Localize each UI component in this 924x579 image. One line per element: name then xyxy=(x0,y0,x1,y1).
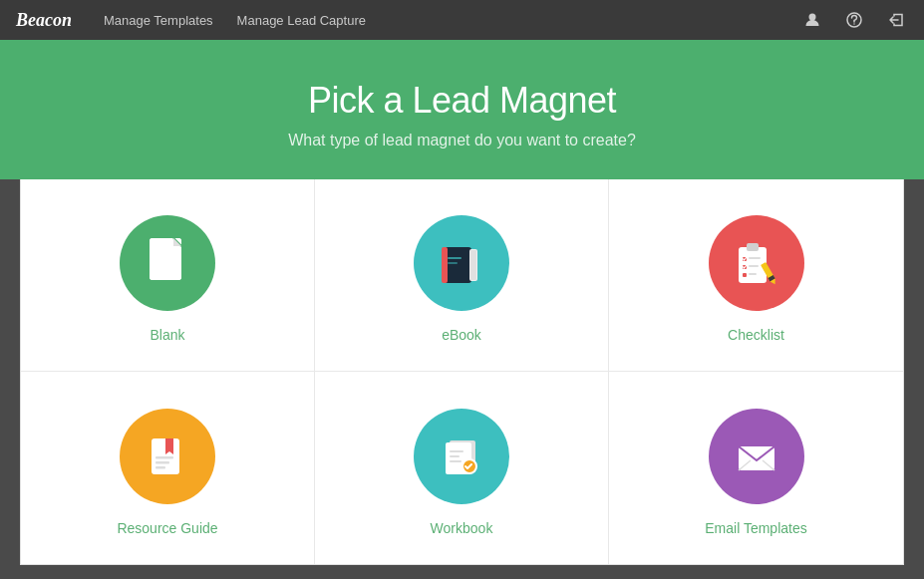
email-templates-icon-circle xyxy=(709,409,804,504)
checklist-icon-circle xyxy=(709,215,804,311)
manage-templates-link[interactable]: Manage Templates xyxy=(104,13,213,28)
svg-rect-25 xyxy=(155,466,165,469)
svg-rect-14 xyxy=(749,257,761,259)
ebook-label: eBook xyxy=(442,327,481,343)
svg-rect-6 xyxy=(442,247,448,283)
svg-point-2 xyxy=(853,23,855,25)
hero-subtitle: What type of lead magnet do you want to … xyxy=(288,132,636,149)
resource-guide-icon-circle xyxy=(120,409,215,504)
svg-rect-9 xyxy=(448,257,462,259)
svg-rect-29 xyxy=(450,455,460,457)
grid-item-checklist[interactable]: Checklist xyxy=(609,179,903,372)
grid-item-blank[interactable]: Blank xyxy=(21,179,315,372)
svg-point-0 xyxy=(809,14,816,21)
grid-wrapper: Blank eBook xyxy=(0,179,924,565)
lead-magnet-grid: Blank eBook xyxy=(20,179,904,565)
svg-rect-5 xyxy=(444,247,471,283)
grid-item-email-templates[interactable]: Email Templates xyxy=(609,372,903,564)
svg-rect-8 xyxy=(470,250,476,280)
navbar: Beacon Manage Templates Manage Lead Capt… xyxy=(0,0,924,40)
svg-rect-30 xyxy=(450,460,462,462)
logout-icon[interactable] xyxy=(884,8,908,32)
blank-label: Blank xyxy=(150,327,184,343)
blank-icon-circle xyxy=(120,215,215,311)
navbar-icons xyxy=(800,8,908,32)
svg-rect-18 xyxy=(749,273,757,275)
workbook-label: Workbook xyxy=(431,520,493,536)
grid-item-workbook[interactable]: Workbook xyxy=(315,372,609,564)
manage-lead-capture-link[interactable]: Manage Lead Capture xyxy=(237,13,366,28)
svg-rect-17 xyxy=(743,273,747,277)
svg-rect-23 xyxy=(155,456,173,459)
hero-section: Pick a Lead Magnet What type of lead mag… xyxy=(0,40,924,179)
workbook-icon-circle xyxy=(414,409,509,504)
user-icon[interactable] xyxy=(800,8,824,32)
svg-rect-16 xyxy=(749,265,759,267)
ebook-icon-circle xyxy=(414,215,509,311)
hero-title: Pick a Lead Magnet xyxy=(308,80,616,122)
brand-logo: Beacon xyxy=(16,10,72,31)
resource-guide-label: Resource Guide xyxy=(117,520,217,536)
svg-rect-28 xyxy=(450,450,463,452)
grid-item-resource-guide[interactable]: Resource Guide xyxy=(21,372,315,564)
help-icon[interactable] xyxy=(842,8,866,32)
svg-rect-10 xyxy=(448,262,458,264)
email-templates-label: Email Templates xyxy=(705,520,806,536)
svg-rect-12 xyxy=(747,243,759,251)
svg-rect-24 xyxy=(155,461,169,464)
checklist-label: Checklist xyxy=(728,327,784,343)
grid-item-ebook[interactable]: eBook xyxy=(315,179,609,372)
